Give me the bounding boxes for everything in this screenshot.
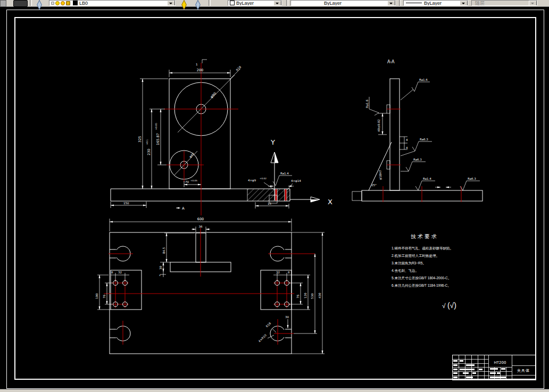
section-arrow-label: A (182, 206, 185, 211)
plot-style-value: 随层 (475, 1, 485, 6)
roughness-paren-icon: (√) (447, 301, 456, 310)
color-control-dropdown[interactable]: ByLayer (228, 0, 282, 6)
cad-application-window: LB0 ByLayer ByLayer ByLayer 随层 (0, 0, 549, 392)
toolbar-icon[interactable] (13, 0, 28, 7)
linetype-value: ByLayer (324, 1, 342, 6)
dim-bar-height: 30 (159, 266, 162, 270)
tech-req-item: 1.铸件不得有气孔、疏松及砂眼等缺陷。 (392, 245, 482, 252)
section-title: A-A (387, 60, 395, 64)
angle-label: 25° (371, 184, 377, 187)
lineweight-control-dropdown[interactable]: ByLayer (403, 0, 468, 6)
dim-base: 150 (123, 202, 129, 205)
dim-step-lower: 4 (406, 146, 408, 149)
layer-properties-manager-icon[interactable] (34, 0, 47, 6)
layer-properties-toolbar: LB0 ByLayer ByLayer ByLayer 随层 (0, 0, 549, 7)
toolbar-separator (399, 0, 401, 6)
dim-offset: 70 (185, 180, 189, 184)
holes2-label: 4×φ14 (291, 179, 301, 183)
clipped-toolbar-icon[interactable] (0, 0, 6, 7)
make-object-layer-current-icon[interactable] (179, 0, 191, 6)
tech-req-title: 技术要求 (411, 233, 482, 240)
dim-step-upper: 4 (406, 138, 408, 141)
dim-width: 600 (197, 217, 204, 221)
current-layer-name: LB0 (79, 1, 88, 6)
linetype-control-dropdown[interactable]: ByLayer (290, 0, 396, 6)
technical-requirements: 技术要求 1.铸件不得有气孔、疏松及砂眼等缺陷。 2.机加工前需经人工时效处理。… (392, 233, 482, 289)
toolbar-separator (209, 0, 211, 6)
dim-bottom: 15 (268, 202, 271, 205)
layer-control-dropdown[interactable]: LB0 (49, 0, 176, 6)
toolbar-separator (286, 0, 288, 6)
x-axis-label: X (328, 198, 332, 206)
lock-icon[interactable] (66, 1, 70, 5)
left-dim-outer: 100 (95, 293, 98, 299)
holes-tol: +0.02 (260, 177, 267, 180)
left-dim-b: 32 (118, 271, 122, 274)
bore-label: φ18H7 (379, 170, 382, 180)
dim-center-distance: 165.87 (156, 133, 160, 145)
material-spec: HT200 (494, 361, 506, 365)
lineweight-value: ByLayer (424, 1, 442, 6)
tech-req-item: 6.未注几何公差按GB/T 1184-1996-C。 (392, 282, 482, 289)
drawing-canvas[interactable]: 200 1 R18 325 230 +0.1 165.87 +0.05 φ90 … (0, 0, 549, 392)
ra-base-right: Ra6.3 (468, 177, 476, 180)
color-dropdown-arrow[interactable] (273, 1, 281, 6)
roughness-check-icon: √ (442, 302, 446, 310)
layer-color-swatch (73, 1, 78, 5)
ra-mid-upper: Ra6.3 (420, 138, 428, 141)
dim-boss: 40±0.02 (377, 119, 380, 132)
tech-req-item: 3.未注圆角为R3~R5。 (392, 260, 482, 266)
dim-center-distance-tol: +0.05 (155, 123, 157, 130)
dim-right-span: 530 (311, 293, 314, 299)
ra-base-left: Ra1.4 (423, 177, 431, 180)
color-value: ByLayer (236, 1, 254, 6)
tech-req-item: 4.去毛刺、飞边。 (392, 267, 482, 274)
surface-finish-note: √ (√) (442, 301, 456, 310)
left-dim-a: 8 (111, 271, 113, 274)
right-dim-a: 32 (276, 271, 280, 274)
lineweight-preview-line (406, 3, 422, 3)
roughness-label: Ra1.4 (280, 172, 289, 175)
left-dim-inner: 76 (103, 295, 106, 298)
tech-req-list: 1.铸件不得有气孔、疏松及砂眼等缺陷。 2.机加工前需经人工时效处理。 3.未注… (392, 245, 482, 289)
datum-label: 1 (196, 63, 198, 66)
dim-stem-height: 84.5 (162, 247, 165, 254)
dim-center-height: 230 (147, 149, 151, 155)
dim-bar-step: 4 (159, 274, 161, 277)
dim-total-height: 325 (138, 136, 142, 143)
layer-previous-icon[interactable] (193, 0, 205, 6)
dim-center-height-tol: +0.1 (146, 139, 148, 145)
dim-offset-tol: +0.05 (190, 179, 197, 182)
holes-label: 4×φ9 (248, 179, 256, 182)
sun-freeze-icon[interactable] (61, 1, 65, 5)
right-dim-inner: 76 (296, 295, 300, 298)
dim-stem-width: 36 (199, 225, 203, 228)
slot-dim: 30 (285, 315, 289, 319)
lightbulb-icon[interactable] (55, 1, 60, 5)
window-bottom-strip (0, 389, 549, 392)
right-dim-outer: 120 (304, 293, 307, 298)
toolbar-separator (30, 0, 32, 6)
current-color-swatch (230, 1, 235, 5)
ra-top: Ra1.6 (419, 78, 428, 81)
plot-style-control-dropdown: 随层 (471, 0, 537, 6)
ra-mid-lower: Ra6.3 (413, 158, 422, 161)
tech-req-item: 5.未注尺寸公差按GB/T 1804-2000-C。 (392, 274, 482, 281)
dim-width: 200 (197, 68, 203, 72)
linetype-dropdown-arrow[interactable] (387, 1, 395, 6)
right-dim-b: 8 (288, 271, 290, 274)
plot-style-dropdown-arrow (529, 1, 537, 6)
part-name: 夹具体 (517, 369, 530, 373)
layer-on-icon[interactable] (51, 2, 54, 5)
y-axis-label: Y (270, 138, 275, 146)
ra-left: Ra1.6 (365, 99, 369, 108)
tech-req-item: 2.机加工前需经人工时效处理。 (392, 252, 482, 259)
dim-right-total: 430 (318, 293, 321, 298)
layer-dropdown-arrow[interactable] (167, 1, 175, 6)
lineweight-dropdown-arrow[interactable] (460, 1, 468, 6)
